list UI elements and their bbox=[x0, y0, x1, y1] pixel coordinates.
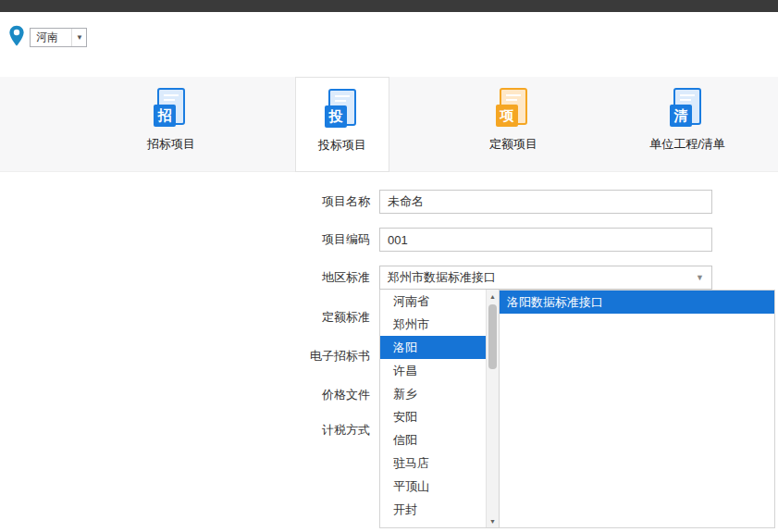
region-item[interactable]: 安阳 bbox=[380, 405, 486, 428]
tax-method-label: 计税方式 bbox=[322, 418, 370, 442]
quota-project-icon: 项 bbox=[493, 87, 534, 128]
chevron-down-icon: ▼ bbox=[696, 273, 704, 282]
region-list: 河南省郑州市洛阳许昌新乡安阳信阳驻马店平顶山开封 bbox=[380, 290, 486, 527]
form-row-region-standard: 地区标准 郑州市数据标准接口 ▼ bbox=[0, 266, 778, 290]
province-select-value: 河南 bbox=[36, 30, 58, 45]
interface-pane: 洛阳数据标准接口 bbox=[500, 290, 775, 528]
tab-label: 定额项目 bbox=[489, 136, 537, 153]
region-item[interactable]: 驻马店 bbox=[380, 452, 486, 475]
location-pin-icon bbox=[7, 25, 26, 47]
region-pane: 河南省郑州市洛阳许昌新乡安阳信阳驻马店平顶山开封 ▲ ▼ bbox=[379, 290, 500, 528]
project-code-label: 项目编码 bbox=[322, 228, 370, 252]
region-item[interactable]: 郑州市 bbox=[380, 313, 486, 336]
scrollbar-thumb[interactable] bbox=[488, 304, 497, 369]
chevron-down-icon: ▼ bbox=[71, 29, 83, 46]
window-titlebar bbox=[0, 0, 778, 12]
region-item[interactable]: 信阳 bbox=[380, 428, 486, 452]
tab-bid-invite-project[interactable]: 招 招标项目 bbox=[124, 77, 218, 172]
tab-label: 招标项目 bbox=[147, 136, 195, 153]
tender-project-icon: 投 bbox=[322, 88, 363, 129]
price-file-label: 价格文件 bbox=[322, 383, 370, 407]
region-list-scrollbar[interactable]: ▲ ▼ bbox=[486, 290, 499, 527]
region-standard-value: 郑州市数据标准接口 bbox=[388, 269, 496, 286]
region-item[interactable]: 开封 bbox=[380, 498, 486, 521]
tab-label: 单位工程/清单 bbox=[649, 136, 725, 153]
unit-project-list-icon: 清 bbox=[667, 87, 708, 128]
region-standard-label: 地区标准 bbox=[322, 266, 370, 290]
region-item[interactable]: 河南省 bbox=[380, 290, 486, 313]
project-name-label: 项目名称 bbox=[322, 190, 370, 214]
project-type-tabs: 招 招标项目 投 投标项目 项 定额项目 清 单位工程/清单 bbox=[0, 77, 778, 172]
scroll-down-icon[interactable]: ▼ bbox=[487, 514, 499, 527]
tab-quota-project[interactable]: 项 定额项目 bbox=[466, 77, 561, 172]
tab-unit-project-list[interactable]: 清 单位工程/清单 bbox=[636, 77, 739, 172]
region-item[interactable]: 平顶山 bbox=[380, 475, 486, 498]
interface-item[interactable]: 洛阳数据标准接口 bbox=[500, 291, 774, 314]
region-item[interactable]: 新乡 bbox=[380, 382, 486, 405]
tab-tender-project[interactable]: 投 投标项目 bbox=[295, 77, 389, 172]
region-standard-select[interactable]: 郑州市数据标准接口 ▼ bbox=[379, 266, 712, 290]
quota-standard-label: 定额标准 bbox=[322, 305, 370, 329]
project-code-input[interactable] bbox=[379, 228, 712, 252]
region-item[interactable]: 许昌 bbox=[380, 359, 486, 382]
tab-label: 投标项目 bbox=[318, 137, 366, 154]
form-row-project-code: 项目编码 bbox=[0, 228, 778, 252]
e-tender-doc-label: 电子招标书 bbox=[310, 344, 370, 368]
scroll-up-icon[interactable]: ▲ bbox=[487, 290, 499, 303]
project-name-input[interactable] bbox=[379, 190, 712, 214]
bid-invite-project-icon: 招 bbox=[151, 87, 191, 128]
province-select[interactable]: 河南 ▼ bbox=[30, 28, 87, 47]
form-row-project-name: 项目名称 bbox=[0, 190, 778, 214]
region-standard-dropdown: 河南省郑州市洛阳许昌新乡安阳信阳驻马店平顶山开封 ▲ ▼ 洛阳数据标准接口 bbox=[379, 290, 775, 528]
region-item[interactable]: 洛阳 bbox=[380, 336, 486, 359]
location-row: 河南 ▼ bbox=[0, 12, 778, 77]
